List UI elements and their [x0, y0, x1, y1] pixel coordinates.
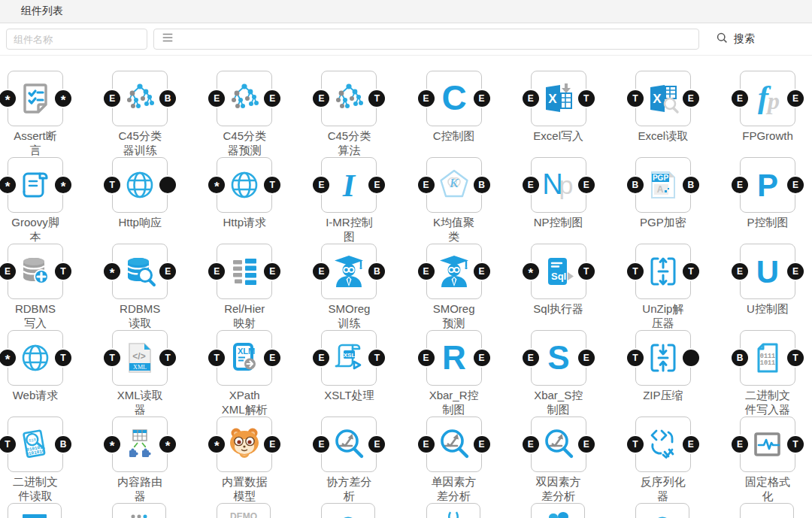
component-card[interactable]: E B C45分类器训练: [112, 71, 168, 157]
output-port-badge: E: [368, 436, 385, 453]
component-card[interactable]: E E SMOreg预测: [426, 244, 482, 330]
component-label: Excel写入: [533, 129, 584, 143]
output-port-badge: E: [264, 436, 280, 453]
component-card[interactable]: E X T Excel写入: [531, 71, 586, 157]
component-name-input[interactable]: [6, 29, 147, 50]
component-card[interactable]: T XLM E XPath XML解析: [217, 330, 272, 417]
component-card[interactable]: * Sql T Sql执行器: [531, 244, 586, 330]
output-port-badge: B: [55, 436, 71, 453]
component-card[interactable]: T E 反序列化器: [635, 417, 691, 503]
component-icon-box: * T: [8, 330, 63, 386]
component-icon: [645, 253, 681, 289]
component-card[interactable]: T X E Excel读取: [635, 71, 691, 157]
component-card[interactable]: T T UnZip解压器: [635, 244, 691, 330]
component-icon: [331, 253, 367, 289]
output-port-badge: T: [578, 263, 595, 280]
component-card-partial[interactable]: [426, 503, 480, 518]
component-icon-box: * *: [8, 157, 63, 213]
input-port-badge: E: [418, 90, 435, 107]
output-port-badge: E: [787, 90, 804, 107]
component-icon: Sql: [541, 253, 577, 289]
component-icon-box: E S E: [531, 330, 586, 386]
component-card-partial[interactable]: [321, 503, 375, 518]
input-port-badge: E: [418, 436, 435, 453]
component-card[interactable]: E C E C控制图: [426, 71, 482, 157]
svg-text:1011: 1011: [760, 359, 775, 367]
component-card[interactable]: E E 协方差分析: [321, 417, 377, 503]
input-port-badge: *: [104, 436, 120, 453]
component-card[interactable]: E E C45分类器预测: [217, 71, 272, 157]
component-card[interactable]: E S E Xbar_S控制图: [531, 330, 586, 417]
component-card[interactable]: E T RDBMS写入: [8, 244, 63, 330]
component-card-partial[interactable]: [112, 503, 166, 518]
component-card[interactable]: * * Groovy脚本: [8, 157, 63, 244]
component-card[interactable]: T Http响应: [112, 157, 168, 244]
component-card[interactable]: E XSL T XSLT处理: [321, 330, 377, 417]
component-label: Excel读取: [638, 129, 689, 143]
input-port-badge: E: [208, 263, 225, 280]
output-port-badge: E: [474, 90, 490, 107]
component-card[interactable]: T 0100101010101010 B 二进制文件读取: [8, 417, 63, 503]
component-icon: [17, 167, 53, 203]
component-card-partial[interactable]: [635, 503, 689, 518]
filter-input[interactable]: [153, 29, 699, 50]
component-icon-box: E B: [321, 244, 377, 299]
component-card[interactable]: E R E Xbar_R控制图: [426, 330, 482, 417]
output-port-badge: E: [474, 350, 490, 366]
output-port-badge: T: [683, 263, 699, 280]
svg-text:S: S: [547, 340, 569, 376]
component-card[interactable]: E B SMOreg训练: [321, 244, 377, 330]
component-card[interactable]: E T C45分类算法: [321, 71, 377, 157]
component-icon: [17, 80, 53, 117]
output-port-badge: E: [578, 177, 595, 193]
component-card-partial[interactable]: [8, 503, 62, 518]
component-icon-box: * *: [112, 417, 168, 472]
component-icon-box: * Sql T: [531, 244, 586, 299]
component-card[interactable]: * E 内置数据模型: [217, 417, 272, 503]
hamburger-icon[interactable]: [161, 31, 174, 47]
component-card[interactable]: E fp E FPGrowth: [740, 71, 795, 157]
component-label: XPath XML解析: [219, 388, 270, 417]
component-card[interactable]: E I E I-MR控制图: [321, 157, 377, 244]
component-card[interactable]: T </>XML T XML读取器: [112, 330, 168, 417]
search-toolbar: 搜索: [0, 23, 812, 56]
component-card-partial[interactable]: [531, 503, 585, 518]
output-port-badge: T: [368, 350, 385, 366]
component-grid: * * Assert断言 E B C45分类器训练 E E C45分类器预测 E…: [0, 56, 812, 503]
svg-text:P: P: [757, 168, 778, 203]
output-port-badge: B: [159, 90, 176, 107]
component-card[interactable]: E U E U控制图: [740, 244, 795, 330]
component-card[interactable]: B 01111011 T 二进制文件写入器: [740, 330, 795, 417]
component-label: 单因素方差分析: [429, 474, 480, 503]
svg-text:K: K: [449, 176, 459, 190]
component-label: Http请求: [219, 215, 270, 229]
component-label: SMOreg训练: [323, 301, 374, 330]
page-title: 组件列表: [21, 5, 63, 18]
component-card[interactable]: E E 双因素方差分析: [531, 417, 586, 503]
component-card[interactable]: E T 固定格式化: [740, 417, 795, 503]
component-label: 内容路由器: [114, 474, 165, 503]
component-icon-box: E fp E: [740, 71, 795, 126]
component-card-partial[interactable]: DEMO: [217, 503, 271, 518]
component-card[interactable]: * * 内容路由器: [112, 417, 168, 503]
component-icon: PGPA: [645, 167, 681, 203]
component-card-partial[interactable]: [740, 503, 794, 518]
component-card[interactable]: E E 单因素方差分析: [426, 417, 482, 503]
component-card[interactable]: B PGPA B PGP加密: [635, 157, 691, 244]
component-label: Xbar_S控制图: [533, 388, 584, 417]
input-port-badge: E: [313, 90, 329, 107]
component-card[interactable]: * T Http请求: [217, 157, 272, 244]
output-port-badge: E: [264, 350, 280, 366]
component-card[interactable]: * E RDBMS读取: [112, 244, 168, 330]
search-button[interactable]: 搜索: [711, 31, 759, 47]
component-card[interactable]: E E Rel/Hier映射: [217, 244, 272, 330]
component-card[interactable]: E Np E NP控制图: [531, 157, 586, 244]
component-card[interactable]: T ZIP压缩: [635, 330, 691, 417]
component-card[interactable]: * T Web请求: [8, 330, 63, 417]
component-label: Groovy脚本: [10, 215, 61, 244]
component-card[interactable]: E K B K均值聚类: [426, 157, 482, 244]
component-card[interactable]: * * Assert断言: [8, 71, 63, 157]
component-label: 反序列化器: [638, 474, 689, 503]
component-card[interactable]: E P E P控制图: [740, 157, 795, 244]
component-icon: fp: [750, 80, 786, 117]
